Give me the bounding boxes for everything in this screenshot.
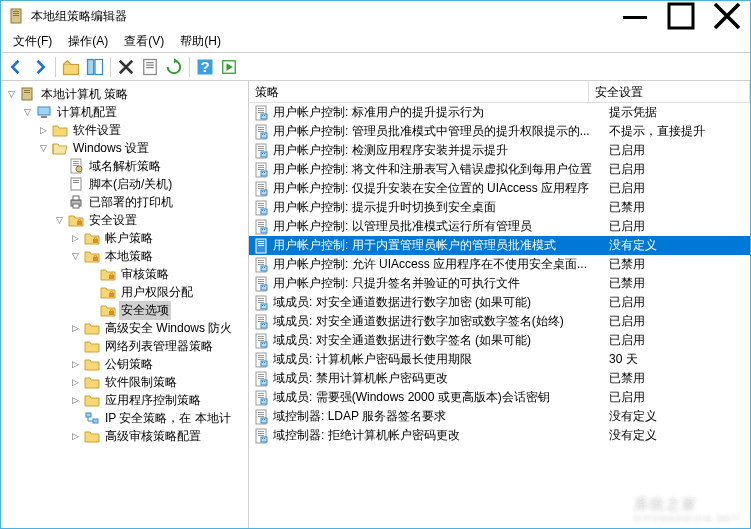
policy-list[interactable]: 用户帐户控制: 标准用户的提升提示行为提示凭据用户帐户控制: 管理员批准模式中管… [249, 103, 750, 528]
policy-row[interactable]: 域成员: 对安全通道数据进行数字签名 (如果可能)已启用 [249, 331, 750, 350]
policy-row[interactable]: 用户帐户控制: 标准用户的提升提示行为提示凭据 [249, 103, 750, 122]
policy-row[interactable]: 用户帐户控制: 用于内置管理员帐户的管理员批准模式没有定义 [249, 236, 750, 255]
tree-user-rights[interactable]: 用户权限分配 [1, 283, 248, 301]
policy-name: 用户帐户控制: 管理员批准模式中管理员的提升权限提示的... [273, 123, 605, 140]
back-button[interactable] [5, 56, 27, 78]
expand-icon[interactable]: ▽ [21, 106, 33, 118]
policy-row[interactable]: 用户帐户控制: 允许 UIAccess 应用程序在不使用安全桌面...已禁用 [249, 255, 750, 274]
tree-pane[interactable]: ▽本地计算机 策略▽计算机配置▷软件设置▽Windows 设置域名解析策略脚本(… [1, 81, 249, 528]
delete-button[interactable] [115, 56, 137, 78]
up-level-button[interactable] [60, 56, 82, 78]
expand-icon[interactable]: ▽ [53, 214, 65, 226]
policy-row[interactable]: 域成员: 计算机帐户密码最长使用期限30 天 [249, 350, 750, 369]
policy-row[interactable]: 域成员: 对安全通道数据进行数字加密或数字签名(始终)已启用 [249, 312, 750, 331]
properties-button[interactable] [139, 56, 161, 78]
policy-setting: 不提示，直接提升 [605, 123, 750, 140]
expand-icon [85, 304, 97, 316]
tree-nlm[interactable]: 网络列表管理器策略 [1, 337, 248, 355]
svg-rect-127 [264, 343, 265, 344]
tree-computer-config[interactable]: ▽计算机配置 [1, 103, 248, 121]
expand-icon[interactable]: ▷ [69, 376, 81, 388]
tree-adv-audit[interactable]: ▷高级审核策略配置 [1, 427, 248, 445]
tree-pubkey[interactable]: ▷公钥策略 [1, 355, 248, 373]
tree-firewall[interactable]: ▷高级安全 Windows 防火 [1, 319, 248, 337]
policy-row[interactable]: 域成员: 对安全通道数据进行数字加密 (如果可能)已启用 [249, 293, 750, 312]
tree-local-policies[interactable]: ▽本地策略 [1, 247, 248, 265]
svg-rect-56 [258, 148, 264, 149]
tree-security-options[interactable]: 安全选项 [1, 301, 248, 319]
tree-scripts[interactable]: 脚本(启动/关机) [1, 175, 248, 193]
tree-root[interactable]: ▽本地计算机 策略 [1, 85, 248, 103]
policy-row[interactable]: 用户帐户控制: 管理员批准模式中管理员的提升权限提示的...不提示，直接提升 [249, 122, 750, 141]
tree-ipsec[interactable]: IP 安全策略，在 本地计 [1, 409, 248, 427]
tree-dns-policy[interactable]: 域名解析策略 [1, 157, 248, 175]
show-hide-tree-button[interactable] [84, 56, 106, 78]
expand-icon[interactable]: ▷ [69, 358, 81, 370]
help-button[interactable]: ? [194, 56, 216, 78]
tree-software-settings[interactable]: ▷软件设置 [1, 121, 248, 139]
policy-row[interactable]: 用户帐户控制: 检测应用程序安装并提示提升已启用 [249, 141, 750, 160]
node-label: 应用程序控制策略 [103, 391, 203, 410]
column-policy[interactable]: 策略 [249, 81, 589, 102]
expand-icon[interactable]: ▽ [37, 142, 49, 154]
policy-row[interactable]: 域成员: 禁用计算机帐户密码更改已禁用 [249, 369, 750, 388]
policy-row[interactable]: 域控制器: 拒绝计算机帐户密码更改没有定义 [249, 426, 750, 445]
tree-printers[interactable]: 已部署的打印机 [1, 193, 248, 211]
tree-account-policies[interactable]: ▷帐户策略 [1, 229, 248, 247]
maximize-button[interactable] [658, 1, 704, 31]
node-label: 高级安全 Windows 防火 [103, 319, 234, 338]
svg-rect-7 [88, 59, 94, 74]
policy-name: 域控制器: 拒绝计算机帐户密码更改 [273, 427, 605, 444]
policy-name: 用户帐户控制: 以管理员批准模式运行所有管理员 [273, 218, 605, 235]
menu-file[interactable]: 文件(F) [5, 31, 60, 52]
svg-rect-8 [95, 59, 103, 74]
expand-icon[interactable]: ▷ [37, 124, 49, 136]
policy-row[interactable]: 用户帐户控制: 将文件和注册表写入错误虚拟化到每用户位置已启用 [249, 160, 750, 179]
expand-icon[interactable]: ▽ [5, 88, 17, 100]
svg-rect-87 [262, 229, 263, 230]
policy-row[interactable]: 域成员: 需要强(Windows 2000 或更高版本)会话密钥已启用 [249, 388, 750, 407]
forward-button[interactable] [29, 56, 51, 78]
svg-rect-49 [258, 129, 264, 130]
expand-icon[interactable]: ▷ [69, 394, 81, 406]
svg-rect-43 [258, 112, 264, 113]
refresh-button[interactable] [163, 56, 185, 78]
node-icon [68, 212, 84, 228]
policy-row[interactable]: 域控制器: LDAP 服务器签名要求没有定义 [249, 407, 750, 426]
tree-applocker[interactable]: ▷应用程序控制策略 [1, 391, 248, 409]
svg-rect-132 [261, 361, 267, 366]
svg-rect-86 [261, 228, 267, 233]
tree-srp[interactable]: ▷软件限制策略 [1, 373, 248, 391]
tree-windows-settings[interactable]: ▽Windows 设置 [1, 139, 248, 157]
svg-rect-58 [261, 152, 267, 157]
svg-rect-41 [258, 108, 264, 109]
policy-row[interactable]: 用户帐户控制: 提示提升时切换到安全桌面已禁用 [249, 198, 750, 217]
svg-rect-37 [109, 311, 114, 315]
svg-rect-72 [261, 190, 267, 195]
tree-security-settings[interactable]: ▽安全设置 [1, 211, 248, 229]
expand-icon[interactable]: ▽ [69, 250, 81, 262]
policy-row[interactable]: 用户帐户控制: 仅提升安装在安全位置的 UIAccess 应用程序已启用 [249, 179, 750, 198]
node-label: 高级审核策略配置 [103, 427, 203, 446]
menu-help[interactable]: 帮助(H) [172, 31, 229, 52]
column-setting[interactable]: 安全设置 [589, 81, 750, 102]
menu-action[interactable]: 操作(A) [60, 31, 116, 52]
svg-rect-32 [77, 221, 82, 225]
node-label: 安全选项 [119, 301, 171, 320]
policy-row[interactable]: 用户帐户控制: 以管理员批准模式运行所有管理员已启用 [249, 217, 750, 236]
svg-rect-65 [261, 171, 267, 176]
minimize-button[interactable] [612, 1, 658, 31]
close-button[interactable] [704, 1, 750, 31]
expand-icon[interactable]: ▷ [69, 322, 81, 334]
svg-rect-154 [262, 419, 263, 420]
tree-audit-policy[interactable]: 审核策略 [1, 265, 248, 283]
menu-view[interactable]: 查看(V) [116, 31, 172, 52]
action-button[interactable] [218, 56, 240, 78]
policy-icon [253, 333, 269, 349]
policy-row[interactable]: 用户帐户控制: 只提升签名并验证的可执行文件已禁用 [249, 274, 750, 293]
svg-rect-101 [258, 279, 264, 280]
expand-icon[interactable]: ▷ [69, 232, 81, 244]
expand-icon[interactable]: ▷ [69, 430, 81, 442]
policy-setting: 已启用 [605, 218, 750, 235]
node-icon [68, 158, 84, 174]
